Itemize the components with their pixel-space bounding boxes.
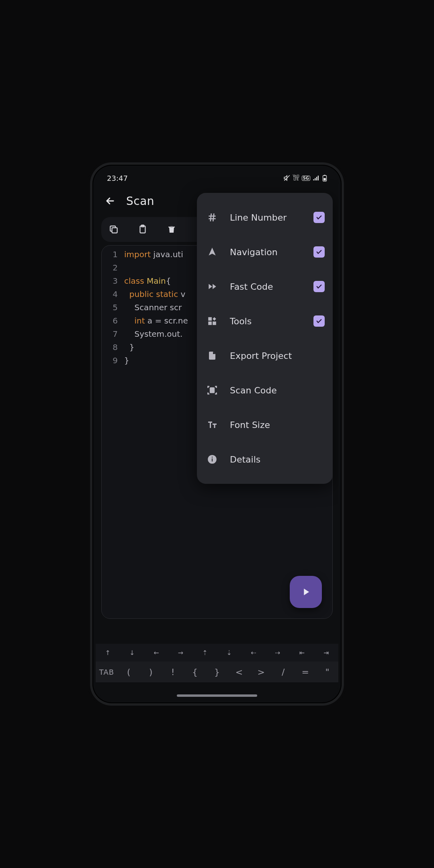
checkbox-checked[interactable] <box>313 246 325 258</box>
symbol-key[interactable]: ! <box>162 667 184 677</box>
line-number: 8 <box>102 341 124 354</box>
line-number: 3 <box>102 274 124 288</box>
checkbox-checked[interactable] <box>313 315 325 327</box>
hash-icon <box>205 210 219 225</box>
code-text: } <box>124 354 129 367</box>
nav-key[interactable]: ↓ <box>120 649 144 657</box>
svg-rect-13 <box>212 457 213 458</box>
nav-key[interactable]: ← <box>144 649 168 657</box>
signal-icon <box>313 174 320 182</box>
symbol-key[interactable]: > <box>250 667 272 677</box>
battery-icon <box>322 174 327 182</box>
code-text: public static v <box>124 288 185 301</box>
menu-item-label: Scan Code <box>230 385 325 395</box>
menu-item-label: Font Size <box>230 420 325 430</box>
nav-key-row: ↑↓←→⇡⇣⇠⇢⇤⇥ <box>96 644 338 661</box>
svg-rect-2 <box>323 178 326 180</box>
code-text: import java.uti <box>124 248 183 261</box>
line-number: 6 <box>102 314 124 328</box>
menu-item-tools[interactable]: Tools <box>203 304 326 338</box>
tools-icon <box>205 314 219 328</box>
nav-key[interactable]: → <box>168 649 192 657</box>
menu-item-details[interactable]: Details <box>203 442 326 477</box>
code-text: System.out. <box>124 328 182 341</box>
menu-item-label: Navigation <box>230 247 303 257</box>
nav-key[interactable]: ⇤ <box>290 649 314 657</box>
menu-item-line-number[interactable]: Line Number <box>203 200 326 235</box>
symbol-key[interactable]: } <box>206 667 228 677</box>
menu-item-label: Fast Code <box>230 282 303 292</box>
menu-item-label: Details <box>230 454 325 465</box>
symbol-key-row: TAB()!{}<>/=" <box>96 661 338 682</box>
menu-item-font-size[interactable]: Font Size <box>203 407 326 442</box>
menu-item-fast-code[interactable]: Fast Code <box>203 269 326 304</box>
code-text: Scanner scr <box>124 301 182 314</box>
code-text: int a = scr.ne <box>124 314 188 328</box>
line-number: 1 <box>102 248 124 261</box>
mute-icon <box>283 174 291 182</box>
line-number: 2 <box>102 261 124 274</box>
delete-button[interactable] <box>165 223 178 236</box>
overflow-menu: Line NumberNavigationFast CodeToolsExpor… <box>197 193 333 484</box>
svg-rect-3 <box>112 228 117 233</box>
nav-icon <box>205 245 219 259</box>
screen: 23:47 Vo)) LTE 5G Scan <box>96 168 338 700</box>
checkbox-checked[interactable] <box>313 212 325 223</box>
symbol-key[interactable]: = <box>294 667 316 677</box>
svg-rect-9 <box>213 321 216 325</box>
run-button[interactable] <box>290 576 322 608</box>
export-icon <box>205 348 219 363</box>
svg-rect-1 <box>324 175 326 176</box>
nav-key[interactable]: ⇣ <box>217 649 241 657</box>
svg-rect-12 <box>212 459 213 462</box>
gesture-pill[interactable] <box>177 694 257 697</box>
tab-key[interactable]: TAB <box>96 668 118 676</box>
ff-icon <box>205 279 219 294</box>
status-time: 23:47 <box>107 174 128 182</box>
copy-button[interactable] <box>107 223 121 236</box>
checkbox-checked[interactable] <box>313 281 325 292</box>
menu-item-label: Line Number <box>230 213 303 223</box>
menu-item-navigation[interactable]: Navigation <box>203 235 326 269</box>
5g-icon: 5G <box>302 176 310 181</box>
nav-key[interactable]: ⇡ <box>193 649 217 657</box>
clipboard-button[interactable] <box>136 223 149 236</box>
symbol-key[interactable]: / <box>272 667 294 677</box>
font-icon <box>205 418 219 432</box>
symbol-key[interactable]: < <box>228 667 250 677</box>
code-text: class Main{ <box>124 274 171 288</box>
symbol-key[interactable]: ( <box>118 667 140 677</box>
symbol-key[interactable]: " <box>316 667 338 677</box>
nav-key[interactable]: ⇢ <box>266 649 290 657</box>
menu-item-scan-code[interactable]: Scan Code <box>203 373 326 407</box>
menu-item-label: Tools <box>230 316 303 326</box>
back-button[interactable] <box>102 193 118 209</box>
nav-key[interactable]: ⇠ <box>241 649 265 657</box>
line-number: 4 <box>102 288 124 301</box>
line-number: 9 <box>102 354 124 367</box>
page-title: Scan <box>126 194 154 208</box>
svg-rect-7 <box>208 317 212 321</box>
nav-key[interactable]: ↑ <box>96 649 120 657</box>
line-number: 5 <box>102 301 124 314</box>
symbol-key[interactable]: { <box>184 667 206 677</box>
menu-item-label: Export Project <box>230 351 325 361</box>
status-icons: Vo)) LTE 5G <box>283 174 327 182</box>
svg-rect-8 <box>208 321 212 325</box>
svg-rect-10 <box>210 388 214 393</box>
phone-frame: 23:47 Vo)) LTE 5G Scan <box>92 165 342 703</box>
lte-icon: Vo)) LTE <box>293 175 299 181</box>
status-bar: 23:47 Vo)) LTE 5G <box>96 168 338 188</box>
symbol-key[interactable]: ) <box>140 667 162 677</box>
scan-icon <box>205 383 219 397</box>
nav-key[interactable]: ⇥ <box>314 649 338 657</box>
menu-item-export-project[interactable]: Export Project <box>203 338 326 373</box>
info-icon <box>205 452 219 467</box>
code-text: } <box>124 341 134 354</box>
line-number: 7 <box>102 328 124 341</box>
